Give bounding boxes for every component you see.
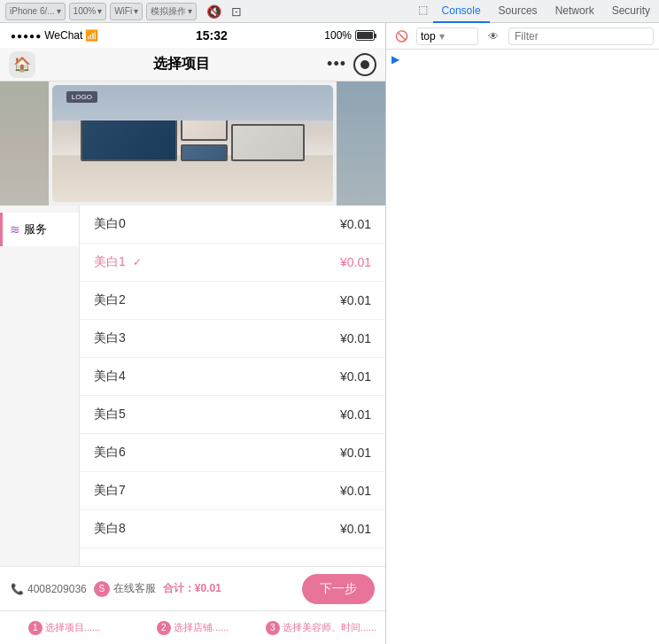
carousel-main[interactable]: LOGO <box>52 85 333 202</box>
item-name: 美白5 <box>94 407 126 423</box>
toolbar-icons: 🔇 ⊡ <box>200 2 250 21</box>
console-chevron[interactable]: ▶ <box>392 53 399 66</box>
display-large <box>81 113 178 160</box>
display-medium2 <box>181 144 228 161</box>
total-display: 合计：¥0.01 <box>163 581 295 596</box>
action-chevron: ▾ <box>188 6 192 16</box>
carousel-side-right <box>337 81 385 206</box>
online-service[interactable]: S 在线客服 <box>94 581 156 597</box>
list-item[interactable]: 美白5 ¥0.01 <box>80 396 385 434</box>
step-2-num: 2 <box>157 621 171 635</box>
item-name: 美白7 <box>94 483 126 499</box>
item-price: ¥0.01 <box>340 217 371 231</box>
signal-dots: ●●●●● <box>11 31 42 41</box>
sidebar-item-label: 服务 <box>24 221 47 237</box>
eye-icon[interactable]: 👁 <box>484 27 503 46</box>
devtools-tab-bar: ⬚ Console Sources Network Security <box>414 0 659 23</box>
service-avatar: S <box>94 581 110 597</box>
carousel-section: LOGO <box>0 81 385 206</box>
content-area: ≋ 服务 美白0 ¥0.01 美白1 ✓ ¥0.01 <box>0 206 385 566</box>
step-1[interactable]: 1 选择项目...... <box>0 621 128 635</box>
store-ceiling <box>52 85 333 120</box>
list-item[interactable]: 美白2 ¥0.01 <box>80 282 385 320</box>
phone-contact[interactable]: 📞 4008209036 <box>11 583 87 595</box>
tab-network[interactable]: Network <box>547 0 603 23</box>
list-item[interactable]: 美白6 ¥0.01 <box>80 434 385 472</box>
fullscreen-icon[interactable]: ⊡ <box>227 2 246 21</box>
next-button[interactable]: 下一步 <box>302 574 375 604</box>
zoom-chevron: ▾ <box>97 6 102 16</box>
item-name: 美白8 <box>94 521 126 537</box>
battery-tip <box>375 34 376 38</box>
item-price: ¥0.01 <box>340 484 371 498</box>
step-2-label: 选择店铺...... <box>174 621 229 634</box>
toolbar-left: iPhone 6/... ▾ 100% ▾ WiFi ▾ 模拟操作 ▾ 🔇 ⊡ <box>0 2 414 21</box>
tab-sources[interactable]: Sources <box>490 0 547 23</box>
mute-icon[interactable]: 🔇 <box>204 2 223 21</box>
action-selector[interactable]: 模拟操作 ▾ <box>146 3 197 20</box>
context-select-label: top <box>421 30 436 43</box>
phone-icon: 📞 <box>11 583 24 595</box>
step-2[interactable]: 2 选择店铺...... <box>128 621 257 635</box>
battery-pct: 100% <box>324 29 352 42</box>
nav-record-inner <box>361 60 369 69</box>
step-bar: 1 选择项目...... 2 选择店铺...... 3 选择美容师、时间....… <box>0 610 385 644</box>
display-small <box>231 124 305 161</box>
step-3-label: 选择美容师、时间...... <box>283 621 376 634</box>
total-label: 合计： <box>163 582 195 594</box>
home-button[interactable]: 🏠 <box>9 51 35 78</box>
context-select-chevron: ▾ <box>439 30 445 43</box>
nav-record-button[interactable] <box>353 53 376 76</box>
list-item[interactable]: 美白8 ¥0.01 <box>80 510 385 548</box>
item-price: ¥0.01 <box>340 407 371 422</box>
nav-more: ••• <box>327 53 376 76</box>
tab-security[interactable]: Security <box>603 0 659 23</box>
network-label: WiFi <box>114 6 132 16</box>
phone-nav: 🏠 选择项目 ••• <box>0 48 385 81</box>
inspect-element-icon[interactable]: ⬚ <box>414 0 433 19</box>
item-name-selected: 美白1 <box>94 254 126 270</box>
battery-bar <box>355 30 375 41</box>
item-price: ¥0.01 <box>340 331 371 345</box>
status-bar: ●●●●● WeChat 📶 15:32 100% <box>0 23 385 48</box>
step-3-num: 3 <box>266 621 280 635</box>
wechat-label: WeChat <box>44 29 82 42</box>
list-item[interactable]: 美白4 ¥0.01 <box>80 358 385 396</box>
services-icon: ≋ <box>10 222 20 237</box>
tab-console[interactable]: Console <box>433 0 490 23</box>
list-item[interactable]: 美白0 ¥0.01 <box>80 206 385 244</box>
devtools-panel: 🚫 top ▾ 👁 ▶ <box>386 23 659 644</box>
item-name: 美白2 <box>94 292 126 308</box>
phone-panel: ●●●●● WeChat 📶 15:32 100% 🏠 选择项目 ••• <box>0 23 386 644</box>
item-price-selected: ¥0.01 <box>340 255 371 269</box>
phone-number: 4008209036 <box>27 583 87 595</box>
action-label: 模拟操作 <box>151 5 186 18</box>
console-content: ▶ <box>386 50 659 644</box>
item-price: ¥0.01 <box>340 293 371 307</box>
step-3[interactable]: 3 选择美容师、时间...... <box>257 621 385 635</box>
filter-input[interactable] <box>508 27 654 45</box>
list-item[interactable]: 美白3 ¥0.01 <box>80 320 385 358</box>
list-item[interactable]: 美白7 ¥0.01 <box>80 472 385 510</box>
clear-console-button[interactable]: 🚫 <box>392 27 411 46</box>
status-right: 100% <box>324 29 375 42</box>
store-floor <box>52 155 333 202</box>
devtools-toolbar2: 🚫 top ▾ 👁 <box>386 23 659 50</box>
carousel-side-left <box>0 81 49 206</box>
service-label: 在线客服 <box>113 581 156 596</box>
item-name: 美白4 <box>94 369 126 384</box>
store-logo: LOGO <box>66 91 97 103</box>
network-selector[interactable]: WiFi ▾ <box>110 3 143 20</box>
item-list[interactable]: 美白0 ¥0.01 美白1 ✓ ¥0.01 美白2 ¥0.01 <box>80 206 385 566</box>
device-label: iPhone 6/... <box>10 6 55 16</box>
device-selector[interactable]: iPhone 6/... ▾ <box>5 3 66 20</box>
context-select-wrap[interactable]: top ▾ <box>416 27 478 45</box>
network-chevron: ▾ <box>134 6 138 16</box>
sidebar-item-services[interactable]: ≋ 服务 <box>0 213 79 246</box>
list-item-selected[interactable]: 美白1 ✓ ¥0.01 <box>80 244 385 282</box>
total-price: ¥0.01 <box>195 582 221 594</box>
nav-dots-button[interactable]: ••• <box>327 55 346 74</box>
item-price: ¥0.01 <box>340 522 371 536</box>
status-time: 15:32 <box>196 28 228 43</box>
zoom-selector[interactable]: 100% ▾ <box>69 3 107 20</box>
